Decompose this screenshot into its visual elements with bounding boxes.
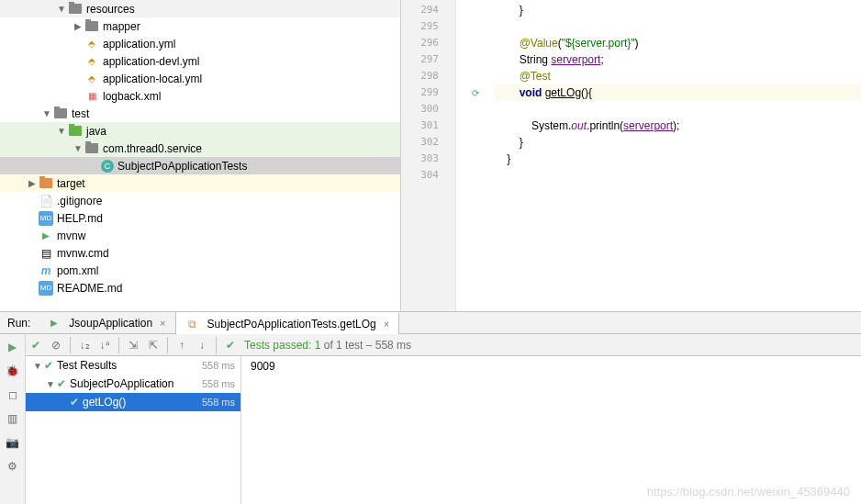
maven-icon: m xyxy=(39,263,53,278)
code-line: System.out.println(serverport); xyxy=(495,118,861,134)
console-output[interactable]: 9009 xyxy=(241,356,861,504)
test-icon: ⧉ xyxy=(185,317,200,331)
test-toolbar: ✔ ⊘ ↓₂ ↓ᵃ ⇲ ⇱ ↑ ↓ ✔ Tests passed: 1 of 1… xyxy=(26,334,861,356)
line-number: 301 xyxy=(401,118,455,134)
test-class-node[interactable]: ✔SubjectPoApplication558 ms xyxy=(26,375,240,393)
tree-label: application.yml xyxy=(103,38,175,50)
tree-item-mvnw[interactable]: ▶mvnw xyxy=(0,227,400,244)
tree-item-gitignore[interactable]: 📄.gitignore xyxy=(0,192,400,209)
test-label: getLOg() xyxy=(83,396,202,409)
package-icon xyxy=(85,143,98,153)
line-number: 297 xyxy=(401,51,455,68)
tree-item-target[interactable]: target xyxy=(0,174,400,192)
code-line xyxy=(495,101,861,118)
close-icon[interactable]: × xyxy=(384,319,389,330)
tree-item-pom[interactable]: mpom.xml xyxy=(0,262,400,279)
tree-item-test-class[interactable]: CSubjectPoApplicationTests xyxy=(0,157,400,174)
camera-icon[interactable]: 📷 xyxy=(4,433,22,452)
down-icon[interactable]: ↓ xyxy=(192,335,212,355)
tree-label: application-devl.yml xyxy=(103,55,199,68)
run-button[interactable]: ▶ xyxy=(4,338,22,356)
run-tabs: Run: ▶JsoupApplication× ⧉SubjectPoApplic… xyxy=(0,312,861,334)
chevron-down-icon xyxy=(72,143,84,153)
pass-check-icon: ✔ xyxy=(220,335,240,355)
tree-label: logback.xml xyxy=(103,90,161,103)
line-number: 295 xyxy=(401,18,455,35)
close-icon[interactable]: × xyxy=(160,318,165,329)
test-tree[interactable]: ✔Test Results558 ms ✔SubjectPoApplicatio… xyxy=(26,356,241,504)
code-line xyxy=(495,18,861,35)
chevron-down-icon xyxy=(31,361,44,371)
yml-icon: ⬘ xyxy=(84,54,99,69)
code-line: } xyxy=(495,2,861,18)
script-icon: ▶ xyxy=(39,229,53,243)
line-number: 300 xyxy=(401,101,455,118)
code-line: String serverport; xyxy=(495,51,861,68)
code-line: @Test xyxy=(495,68,861,84)
code-line: } xyxy=(495,151,861,167)
tree-item-test[interactable]: test xyxy=(0,105,400,122)
debug-button[interactable]: 🐞 xyxy=(4,362,22,380)
test-time: 558 ms xyxy=(202,397,235,408)
tree-item-help[interactable]: MDHELP.md xyxy=(0,209,400,227)
tree-label: HELP.md xyxy=(57,212,103,225)
chevron-right-icon xyxy=(72,21,84,31)
line-number: 298 xyxy=(401,68,455,84)
tree-item-app-yml[interactable]: ⬘application.yml xyxy=(0,35,400,52)
tree-item-app-local-yml[interactable]: ⬘application-local.yml xyxy=(0,70,400,87)
layout-button[interactable]: ▥ xyxy=(4,409,22,428)
file-icon: ▤ xyxy=(39,246,53,261)
test-time: 558 ms xyxy=(202,378,235,389)
md-icon: MD xyxy=(39,211,53,226)
run-tab-tests[interactable]: ⧉SubjectPoApplicationTests.getLOg× xyxy=(176,312,400,334)
tree-item-readme[interactable]: MDREADME.md xyxy=(0,279,400,297)
test-folder-icon xyxy=(69,126,82,136)
test-label: SubjectPoApplication xyxy=(70,377,202,390)
tree-item-app-devl-yml[interactable]: ⬘application-devl.yml xyxy=(0,52,400,70)
yml-icon: ⬘ xyxy=(84,37,99,51)
chevron-right-icon xyxy=(26,178,39,188)
run-gutter-icon[interactable]: ⟳ xyxy=(456,84,495,101)
chevron-down-icon xyxy=(55,4,68,14)
code-line xyxy=(495,167,861,184)
watermark: https://blog.csdn.net/weixin_45369440 xyxy=(647,485,850,498)
tree-item-logback-xml[interactable]: ▦logback.xml xyxy=(0,87,400,105)
settings-icon[interactable]: ⚙ xyxy=(4,457,22,476)
tree-item-mvnw-cmd[interactable]: ▤mvnw.cmd xyxy=(0,244,400,262)
tree-label: README.md xyxy=(57,282,122,295)
collapse-icon[interactable]: ⇱ xyxy=(143,335,163,355)
tree-item-resources[interactable]: resources xyxy=(0,0,400,17)
tests-passed-suffix: of 1 test – 558 ms xyxy=(320,339,411,352)
sort-alpha-icon[interactable]: ↓ᵃ xyxy=(95,335,115,355)
chevron-down-icon xyxy=(40,108,53,118)
test-results-node[interactable]: ✔Test Results558 ms xyxy=(26,356,240,375)
line-number: 299 xyxy=(401,84,455,101)
code-editor[interactable]: 294 295 296 297 298 299 300 301 302 303 … xyxy=(401,0,861,311)
up-icon[interactable]: ↑ xyxy=(172,335,192,355)
code-area[interactable]: } @Value("${server.port}") String server… xyxy=(495,0,861,311)
code-line: } xyxy=(495,134,861,151)
tab-label: JsoupApplication xyxy=(69,317,152,330)
tree-item-mapper[interactable]: mapper xyxy=(0,17,400,35)
target-folder-icon xyxy=(39,178,52,188)
project-tree[interactable]: resources mapper ⬘application.yml ⬘appli… xyxy=(0,0,401,311)
line-gutter: 294 295 296 297 298 299 300 301 302 303 … xyxy=(401,0,456,311)
sort-icon[interactable]: ↓₂ xyxy=(74,335,95,355)
line-number: 304 xyxy=(401,167,455,184)
test-method-node[interactable]: ✔getLOg()558 ms xyxy=(26,393,240,411)
run-tab-jsoup[interactable]: ▶JsoupApplication× xyxy=(38,312,175,334)
tree-label: com.thread0.service xyxy=(103,142,202,155)
tree-item-package[interactable]: com.thread0.service xyxy=(0,140,400,157)
test-time: 558 ms xyxy=(202,360,235,371)
tree-label: resources xyxy=(86,3,135,16)
stop-button[interactable]: ◻ xyxy=(4,386,22,404)
filter-icon[interactable]: ⊘ xyxy=(46,335,66,355)
chevron-down-icon xyxy=(44,379,57,389)
check-icon[interactable]: ✔ xyxy=(26,335,46,355)
chevron-down-icon xyxy=(55,126,68,136)
tests-passed: Tests passed: 1 xyxy=(244,339,320,352)
yml-icon: ⬘ xyxy=(84,72,99,86)
tree-item-java[interactable]: java xyxy=(0,122,400,140)
run-icon: ▶ xyxy=(47,316,62,330)
expand-icon[interactable]: ⇲ xyxy=(123,335,143,355)
